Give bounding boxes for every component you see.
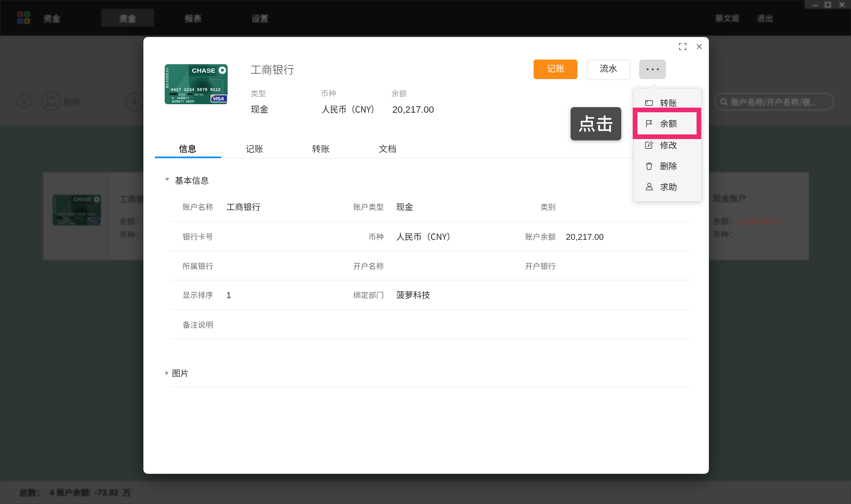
svg-text:1999: 1999 xyxy=(63,217,69,219)
svg-text:BARRETT GROUP: BARRETT GROUP xyxy=(172,100,194,103)
svg-text:00/00: 00/00 xyxy=(75,217,82,219)
svg-text:1999: 1999 xyxy=(178,93,186,97)
svg-text:BARRETT GROUP: BARRETT GROUP xyxy=(58,222,75,225)
svg-text:CHASE: CHASE xyxy=(192,67,215,74)
svg-text:BUSINESS: BUSINESS xyxy=(54,197,56,213)
svg-text:CHASE: CHASE xyxy=(74,196,91,202)
svg-text:BUSINESS: BUSINESS xyxy=(166,68,169,88)
svg-text:00/00: 00/00 xyxy=(194,93,203,97)
svg-text:VISA: VISA xyxy=(213,96,224,101)
svg-text:4417 1234 5678 9112: 4417 1234 5678 9112 xyxy=(171,87,220,92)
svg-text:VISA: VISA xyxy=(90,219,98,223)
svg-text:4417 1234 5678 9112: 4417 1234 5678 9112 xyxy=(57,212,96,216)
